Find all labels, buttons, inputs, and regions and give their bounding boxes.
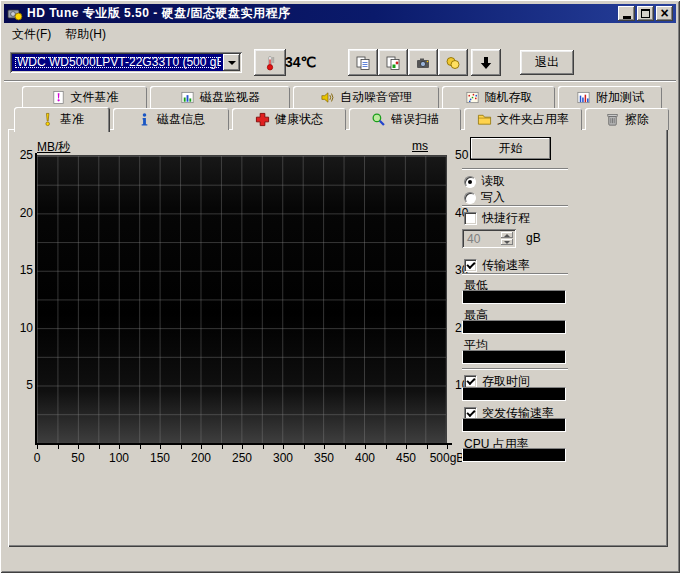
close-icon: × — [660, 6, 668, 20]
x-tick-label: 250 — [220, 451, 264, 465]
title-bar: HD Tune 专业版 5.50 - 硬盘/固态硬盘实用程序 × — [4, 4, 676, 23]
x-tick-mark — [119, 445, 120, 449]
tab-health[interactable]: 健康状态 — [232, 108, 346, 130]
trash-icon — [605, 112, 620, 127]
tab-random-access[interactable]: 随机存取 — [442, 86, 555, 108]
x-tick-mark — [181, 445, 182, 449]
x-tick-mark — [58, 445, 59, 449]
cpu-usage-value-field — [462, 448, 566, 462]
tab-error-scan[interactable]: 错误扫描 — [349, 108, 461, 130]
y-left-tick-label: 5 — [8, 378, 33, 392]
donate-button[interactable] — [438, 49, 468, 76]
read-label: 读取 — [481, 173, 505, 190]
tab-label: 文件夹占用率 — [497, 111, 569, 128]
x-tick-label: 350 — [302, 451, 346, 465]
drive-select-arrow[interactable] — [223, 54, 240, 71]
x-tick-mark — [365, 445, 366, 449]
x-tick-mark — [78, 445, 79, 449]
read-radio[interactable] — [464, 176, 476, 188]
menu-help[interactable]: 帮助(H) — [58, 24, 113, 45]
x-tick-mark — [201, 445, 202, 449]
x-tick-mark — [427, 445, 428, 449]
x-tick-label: 150 — [138, 451, 182, 465]
exit-label: 退出 — [535, 54, 559, 71]
tab-extra-tests[interactable]: 附加测试 — [558, 86, 662, 108]
menu-bar: 文件(F) 帮助(H) — [5, 25, 675, 44]
x-tick-label: 200 — [179, 451, 223, 465]
tab-benchmark[interactable]: 基准 — [14, 107, 110, 132]
health-cross-icon — [255, 112, 270, 127]
tab-label: 磁盘监视器 — [200, 89, 260, 106]
tab-disk-info[interactable]: 磁盘信息 — [113, 108, 229, 130]
short-stroke-label: 快捷行程 — [482, 210, 530, 227]
app-window: HD Tune 专业版 5.50 - 硬盘/固态硬盘实用程序 × 文件(F) 帮… — [0, 0, 680, 573]
tab-label: 附加测试 — [596, 89, 644, 106]
speaker-icon — [320, 90, 335, 105]
y-left-tick-label: 25 — [8, 148, 33, 162]
capacity-spinner[interactable]: 40 — [462, 229, 516, 248]
coins-icon — [445, 55, 461, 71]
start-button[interactable]: 开始 — [470, 137, 551, 160]
x-tick-mark — [242, 445, 243, 449]
x-tick-mark — [406, 445, 407, 449]
y-right-unit-label: ms — [412, 139, 428, 153]
y-axis-line — [35, 153, 37, 445]
exit-button[interactable]: 退出 — [520, 50, 574, 75]
app-icon — [7, 6, 23, 22]
write-radio[interactable] — [464, 192, 476, 204]
short-stroke-checkbox[interactable] — [464, 212, 477, 225]
down-arrow-icon — [478, 55, 494, 71]
plot-area — [37, 155, 447, 443]
tab-aam[interactable]: 自动噪音管理 — [293, 86, 439, 108]
x-tick-label: 50 — [56, 451, 100, 465]
maximize-button[interactable] — [637, 6, 654, 21]
down-arrow-icon — [504, 241, 510, 244]
separator — [462, 168, 568, 170]
info-icon — [137, 112, 152, 127]
spinner-up-button[interactable] — [501, 232, 513, 238]
transfer-rate-checkbox[interactable] — [464, 259, 477, 272]
menu-file[interactable]: 文件(F) — [5, 24, 58, 45]
maximum-value-field — [462, 320, 566, 334]
maximize-icon — [641, 9, 650, 18]
capacity-value: 40 — [462, 232, 501, 246]
scatter-plot-icon — [465, 90, 480, 105]
copy-image-button[interactable] — [378, 49, 408, 76]
save-results-button[interactable] — [471, 49, 501, 76]
tab-label: 磁盘信息 — [157, 111, 205, 128]
minimize-button[interactable] — [618, 6, 635, 21]
x-tick-label: 450 — [384, 451, 428, 465]
y-left-tick-label: 15 — [8, 263, 33, 277]
up-arrow-icon — [504, 234, 510, 237]
spinner-down-button[interactable] — [501, 239, 513, 245]
close-button[interactable]: × — [656, 6, 673, 21]
temperature-button[interactable] — [254, 49, 286, 76]
average-value-field — [462, 350, 566, 364]
separator — [462, 273, 568, 275]
test-chart-icon — [576, 90, 591, 105]
file-benchmark-icon — [51, 90, 66, 105]
copy-text-button[interactable] — [348, 49, 378, 76]
temperature-value: 34℃ — [285, 54, 316, 70]
drive-select-value: WDC WD5000LPVT-22G33T0 (500 gB) — [13, 55, 221, 70]
tab-file-benchmark[interactable]: 文件基准 — [22, 86, 147, 108]
tab-label: 擦除 — [625, 111, 649, 128]
benchmark-tab-panel: MB/秒 ms 25201510550403020100501001502002… — [8, 129, 668, 547]
screenshot-button[interactable] — [408, 49, 438, 76]
drive-select[interactable]: WDC WD5000LPVT-22G33T0 (500 gB) — [10, 52, 242, 73]
write-radio-row: 写入 — [464, 189, 505, 206]
tab-label: 自动噪音管理 — [340, 89, 412, 106]
camera-icon — [415, 55, 431, 71]
tab-disk-monitor[interactable]: 磁盘监视器 — [150, 86, 290, 108]
x-tick-mark — [447, 445, 448, 449]
y-left-tick-label: 20 — [8, 206, 33, 220]
x-tick-mark — [37, 445, 38, 449]
x-tick-mark — [222, 445, 223, 449]
capacity-unit-label: gB — [526, 231, 541, 245]
tab-erase[interactable]: 擦除 — [585, 108, 669, 130]
x-tick-label: 0 — [15, 451, 59, 465]
tab-folder-usage[interactable]: 文件夹占用率 — [464, 108, 582, 130]
toolbar: WDC WD5000LPVT-22G33T0 (500 gB) 34℃ — [5, 46, 675, 79]
benchmark-chart: MB/秒 ms 25201510550403020100501001502002… — [8, 129, 468, 474]
x-tick-mark — [263, 445, 264, 449]
